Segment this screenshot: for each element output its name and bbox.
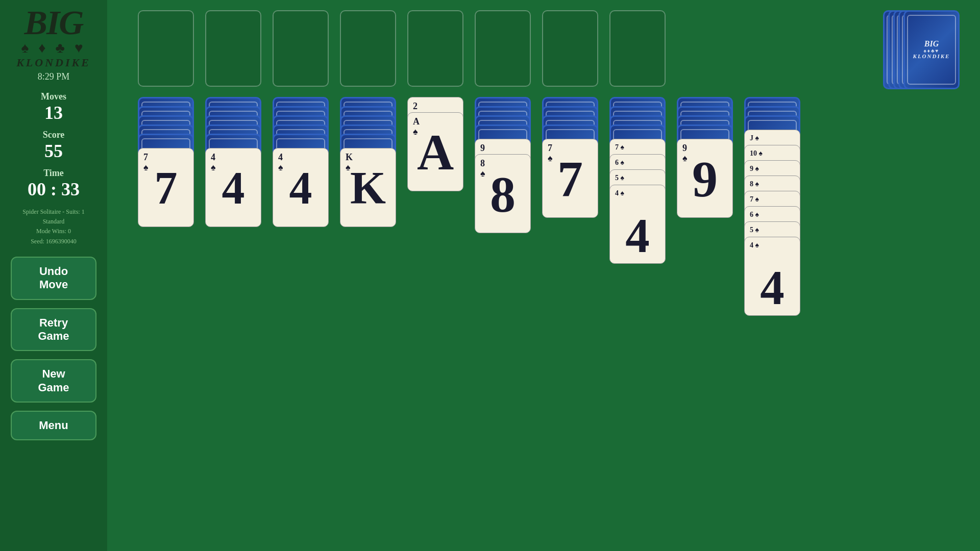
tableau-column-10[interactable]: BIG♠♦♣♥KLONDIKE BIG♠♦♣♥KLONDIKE BIG♠♦♣♥K… [744,97,800,495]
foundation-slot-1 [138,10,194,87]
foundation-slot-4 [340,10,396,87]
time-label: Time [28,168,80,179]
logo-suits: ♠ ♦ ♣ ♥ [8,40,100,56]
tableau-card[interactable]: 4 ♠ 4 [744,237,800,316]
tableau-card[interactable]: 7♠ 7 [138,148,194,227]
stock-pile[interactable]: BIG ♠♦♣♥ KLONDIKE BIG ♠♦♣♥ KLONDIKE BIG … [883,10,960,89]
tableau-columns: BIG♠♦♣♥KLONDIKE BIG♠♦♣♥KLONDIKE BIG♠♦♣♥K… [138,97,800,495]
tableau-column-9[interactable]: BIG♠♦♣♥KLONDIKE BIG♠♦♣♥KLONDIKE BIG♠♦♣♥K… [677,97,733,327]
tableau-column-4[interactable]: BIG♠♦♣♥KLONDIKE BIG♠♦♣♥KLONDIKE BIG♠♦♣♥K… [340,97,396,327]
foundation-slot-6 [475,10,531,87]
moves-stat: Moves 13 [41,91,66,123]
tableau-card[interactable]: 9♠ 9 [677,139,733,218]
tableau-card[interactable]: 8♠ 8 [475,154,531,233]
tableau-column-1[interactable]: BIG♠♦♣♥KLONDIKE BIG♠♦♣♥KLONDIKE BIG♠♦♣♥K… [138,97,194,327]
game-logo: BIG ♠ ♦ ♣ ♥ KLONDIKE 8:29 PM [8,5,100,82]
undo-move-button[interactable]: UndoMove [11,257,96,300]
tableau-column-3[interactable]: BIG♠♦♣♥KLONDIKE BIG♠♦♣♥KLONDIKE BIG♠♦♣♥K… [273,97,329,327]
new-game-button[interactable]: NewGame [11,359,96,403]
logo-klondike-text: KLONDIKE [8,56,100,69]
game-area: BIG ♠♦♣♥ KLONDIKE BIG ♠♦♣♥ KLONDIKE BIG … [107,0,980,551]
retry-game-button[interactable]: RetryGame [11,308,96,352]
sidebar: BIG ♠ ♦ ♣ ♥ KLONDIKE 8:29 PM Moves 13 Sc… [0,0,107,551]
menu-button[interactable]: Menu [11,411,96,440]
tableau-card-ace[interactable]: A♠ A [407,112,463,191]
foundation-slot-7 [542,10,598,87]
tableau-column-5[interactable]: 2♠ ♠ A♠ A [407,97,463,327]
score-label: Score [43,130,65,140]
tableau-column-6[interactable]: BIG♠♦♣♥KLONDIKE BIG♠♦♣♥KLONDIKE BIG♠♦♣♥K… [475,97,531,352]
foundation-slot-2 [205,10,261,87]
foundation-slots [138,10,666,87]
tableau-card[interactable]: 4♠ 4 [205,148,261,227]
score-stat: Score 55 [43,130,65,162]
tableau-card[interactable]: 7♠ 7 [542,139,598,218]
tableau-card[interactable]: 4♠ 4 [273,148,329,227]
game-info: Spider Solitaire - Suits: 1 Standard Mod… [17,207,89,246]
tableau-column-2[interactable]: BIG♠♦♣♥KLONDIKE BIG♠♦♣♥KLONDIKE BIG♠♦♣♥K… [205,97,261,327]
time-value: 00 : 33 [28,179,80,200]
tableau-column-7[interactable]: BIG♠♦♣♥KLONDIKE BIG♠♦♣♥KLONDIKE BIG♠♦♣♥K… [542,97,598,327]
foundation-slot-8 [609,10,666,87]
score-value: 55 [43,140,65,162]
moves-label: Moves [41,91,66,102]
tableau-column-8[interactable]: BIG♠♦♣♥KLONDIKE BIG♠♦♣♥KLONDIKE BIG♠♦♣♥K… [609,97,666,403]
foundation-slot-5 [407,10,463,87]
tableau-card[interactable]: K♠ K [340,148,396,227]
moves-value: 13 [41,102,66,123]
foundation-slot-3 [273,10,329,87]
stock-card-5[interactable]: BIG ♠♦♣♥ KLONDIKE [903,10,960,89]
time-stat: Time 00 : 33 [28,168,80,200]
tableau-card[interactable]: 4 ♠ 4 [609,185,666,264]
logo-big-text: BIG [8,5,100,40]
current-time: 8:29 PM [8,71,100,82]
